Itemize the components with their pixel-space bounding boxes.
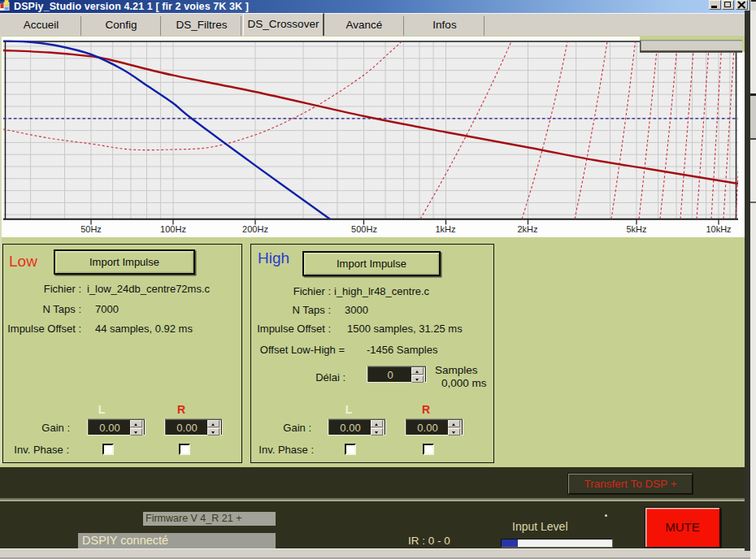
svg-text:5kHz: 5kHz [626,224,646,234]
svg-text:50Hz: 50Hz [80,224,102,234]
svg-text:500Hz: 500Hz [351,224,377,234]
svg-text:10kHz: 10kHz [706,224,731,234]
svg-text:1kHz: 1kHz [435,224,455,234]
svg-text:100Hz: 100Hz [160,224,186,234]
svg-text:200Hz: 200Hz [242,224,268,234]
svg-text:2kHz: 2kHz [517,224,537,234]
